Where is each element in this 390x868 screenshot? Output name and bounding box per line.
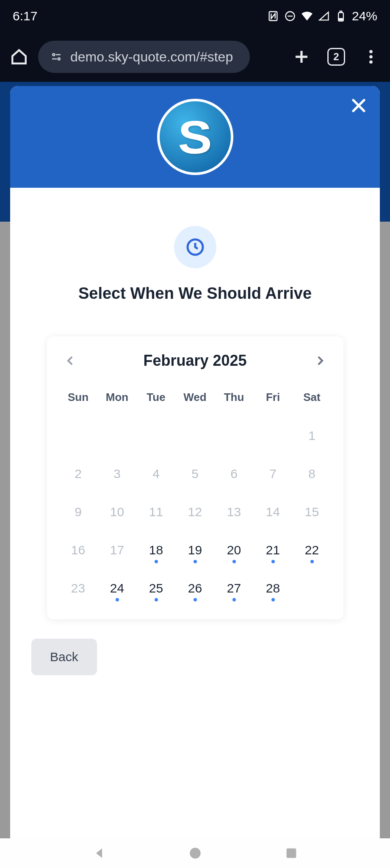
close-icon[interactable] [349, 96, 368, 115]
nav-back-icon[interactable] [92, 846, 106, 860]
next-month-icon[interactable] [314, 354, 327, 367]
day-15: 15 [293, 493, 332, 531]
day-8: 8 [293, 455, 332, 493]
svg-rect-4 [340, 11, 342, 13]
tab-count: 2 [333, 51, 339, 63]
calendar: February 2025 SunMonTueWedThuFriSat12345… [47, 337, 343, 619]
dow-label: Fri [254, 386, 293, 417]
day-11: 11 [137, 493, 176, 531]
day-23: 23 [59, 569, 98, 607]
booking-modal: S Select When We Should Arrive February … [10, 86, 380, 838]
availability-dot [155, 598, 158, 601]
dow-label: Sat [293, 386, 332, 417]
availability-dot [271, 560, 275, 563]
day-27[interactable]: 27 [215, 569, 254, 607]
day-21[interactable]: 21 [254, 531, 293, 569]
day-2: 2 [59, 455, 98, 493]
site-settings-icon [50, 50, 63, 63]
availability-dot [194, 560, 197, 563]
day-28[interactable]: 28 [254, 569, 293, 607]
day-4: 4 [137, 455, 176, 493]
system-nav-bar [0, 838, 390, 868]
day-9: 9 [59, 493, 98, 531]
day-26[interactable]: 26 [176, 569, 215, 607]
svg-rect-19 [286, 849, 296, 858]
day-7: 7 [254, 455, 293, 493]
signal-icon [318, 10, 330, 22]
svg-point-14 [369, 60, 373, 64]
availability-dot [155, 560, 158, 563]
svg-point-18 [190, 848, 201, 859]
dow-label: Mon [98, 386, 137, 417]
availability-dot [310, 560, 314, 563]
day-16: 16 [59, 531, 98, 569]
home-icon[interactable] [10, 48, 28, 66]
svg-rect-5 [339, 18, 342, 20]
back-button[interactable]: Back [31, 639, 97, 675]
availability-dot [232, 598, 236, 601]
clock-badge [174, 226, 216, 268]
day-10: 10 [98, 493, 137, 531]
availability-dot [194, 598, 197, 601]
day-empty [59, 417, 98, 455]
month-label: February 2025 [143, 352, 246, 370]
availability-dot [271, 598, 275, 601]
battery-percent: 24% [352, 9, 377, 23]
url-bar[interactable]: demo.sky-quote.com/#step [38, 41, 250, 73]
day-5: 5 [176, 455, 215, 493]
logo-letter: S [178, 110, 212, 164]
url-text: demo.sky-quote.com/#step [70, 49, 233, 65]
day-18[interactable]: 18 [137, 531, 176, 569]
day-13: 13 [215, 493, 254, 531]
calendar-nav: February 2025 [59, 352, 332, 370]
browser-toolbar: demo.sky-quote.com/#step 2 [0, 32, 390, 82]
status-bar: 6:17 24% [0, 0, 390, 32]
dnd-icon [284, 10, 296, 22]
dow-label: Sun [59, 386, 98, 417]
day-empty [98, 417, 137, 455]
dow-label: Thu [215, 386, 254, 417]
day-3: 3 [98, 455, 137, 493]
status-time: 6:17 [13, 9, 37, 23]
day-17: 17 [98, 531, 137, 569]
page-title: Select When We Should Arrive [31, 284, 359, 303]
nav-home-icon[interactable] [188, 846, 202, 860]
day-1: 1 [293, 417, 332, 455]
battery-icon [335, 10, 347, 22]
brand-logo: S [157, 99, 233, 175]
svg-point-12 [369, 50, 373, 53]
day-12: 12 [176, 493, 215, 531]
calendar-grid: SunMonTueWedThuFriSat1234567891011121314… [59, 386, 332, 607]
dow-label: Wed [176, 386, 215, 417]
day-25[interactable]: 25 [137, 569, 176, 607]
dow-label: Tue [137, 386, 176, 417]
day-empty [176, 417, 215, 455]
day-19[interactable]: 19 [176, 531, 215, 569]
svg-point-6 [53, 54, 55, 56]
day-empty [254, 417, 293, 455]
availability-dot [116, 598, 119, 601]
day-20[interactable]: 20 [215, 531, 254, 569]
svg-point-8 [58, 58, 60, 60]
availability-dot [232, 560, 236, 563]
day-empty [137, 417, 176, 455]
new-tab-icon[interactable] [293, 48, 310, 66]
status-icons: 24% [267, 9, 377, 23]
modal-body: Select When We Should Arrive February 20… [10, 188, 380, 838]
prev-month-icon[interactable] [63, 354, 77, 367]
day-24[interactable]: 24 [98, 569, 137, 607]
clock-icon [185, 237, 205, 257]
wifi-icon [301, 10, 313, 22]
tabs-button[interactable]: 2 [327, 48, 345, 66]
day-empty [215, 417, 254, 455]
nav-recent-icon[interactable] [284, 846, 299, 860]
modal-header: S [10, 86, 380, 188]
more-icon[interactable] [362, 48, 380, 66]
day-22[interactable]: 22 [293, 531, 332, 569]
page-background: S Select When We Should Arrive February … [0, 82, 390, 838]
day-6: 6 [215, 455, 254, 493]
nfc-icon [267, 10, 279, 22]
svg-point-13 [369, 55, 373, 58]
day-14: 14 [254, 493, 293, 531]
